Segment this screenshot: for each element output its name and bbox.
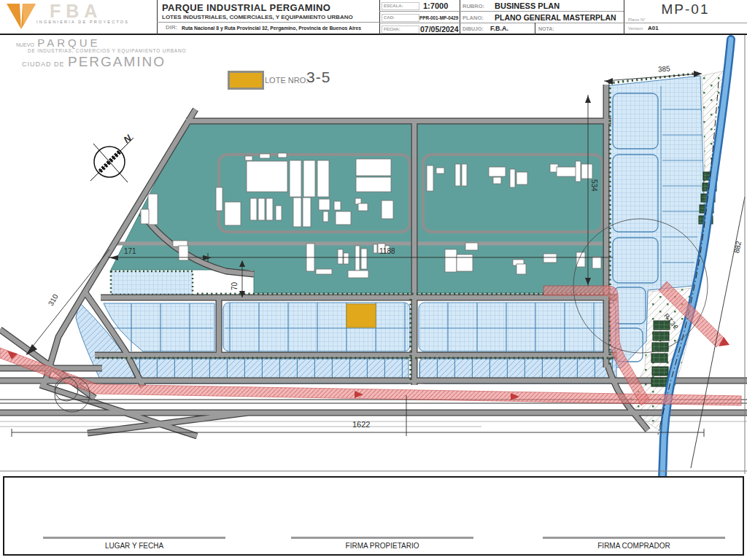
dir-label: DIR:	[166, 24, 177, 31]
sheet-title: PARQUE INDUSTRIAL PERGAMINO	[162, 2, 330, 13]
nota-label: NOTA:	[538, 26, 554, 31]
dim-534: 534	[590, 179, 598, 192]
highlighted-lot-3-5	[347, 304, 376, 327]
escala-value: 1:7000	[423, 1, 448, 10]
promo-parque: PARQUE	[37, 36, 100, 49]
dim-171: 171	[124, 247, 136, 255]
rubro-label: RUBRO:	[462, 3, 484, 9]
signature-propietario: FIRMA PROPIETARIO	[291, 537, 473, 550]
dir-value: Ruta Nacional 8 y Ruta Provincial 32, Pe…	[182, 26, 361, 31]
signature-comprador: FIRMA COMPRADOR	[543, 537, 725, 550]
dibujo-value: F.B.A.	[490, 25, 508, 32]
promo-nuevo: NUEVO	[16, 42, 34, 47]
promo-ciudad-de: CIUDAD DE	[22, 61, 65, 68]
dim-1622: 1622	[352, 420, 370, 429]
masterplan-sheet: FBA INGENIERIA DE PROYECTOS PARQUE INDUS…	[0, 0, 747, 560]
logo-tagline: INGENIERIA DE PROYECTOS	[36, 20, 129, 24]
dibujo-label: DIBUJO:	[462, 26, 484, 31]
promo-line-2: DE INDUSTRIAS, COMERCIOS Y EQUIPAMIENTO …	[28, 48, 186, 53]
promo-pergamino: PERGAMINO	[68, 54, 166, 69]
legend-lot-number: 3-5	[306, 69, 330, 86]
escala-label: ESCALA:	[382, 2, 419, 10]
rubro-value: BUSINESS PLAN	[495, 1, 560, 10]
sheet-number-label: Plano N°	[628, 18, 646, 22]
dim-70: 70	[231, 282, 239, 290]
dim-1188: 1188	[379, 247, 395, 255]
fecha-label: FECHA:	[382, 26, 419, 34]
signature-label: FIRMA COMPRADOR	[543, 542, 725, 550]
version-label: Version	[628, 26, 643, 31]
cad-value: PPR-001-MP-0429	[419, 15, 458, 20]
fba-logo-icon	[6, 3, 38, 32]
plano-value: PLANO GENERAL MASTERPLAN	[495, 13, 616, 22]
version-value: A01	[648, 25, 659, 31]
signature-line	[543, 537, 725, 539]
signature-lugar-fecha: LUGAR Y FECHA	[43, 537, 225, 550]
cad-label: CAD:	[382, 14, 419, 22]
dim-385: 385	[658, 64, 670, 73]
sheet-subtitle: LOTES INDUSTRIALES, COMERCIALES, Y EQUIP…	[162, 14, 353, 20]
signature-line	[291, 537, 473, 539]
signature-label: FIRMA PROPIETARIO	[291, 542, 473, 550]
signature-line	[43, 537, 225, 539]
promo-line-3: CIUDAD DE PERGAMINO	[22, 54, 166, 70]
signature-label: LUGAR Y FECHA	[43, 542, 225, 550]
fecha-value: 07/05/2024	[420, 25, 459, 34]
legend-lot-swatch	[228, 71, 264, 90]
legend-label: LOTE NRO:	[265, 76, 308, 85]
plano-label: PLANO:	[462, 15, 484, 21]
fba-watermark: FBA	[50, 1, 102, 22]
title-block: FBA INGENIERIA DE PROYECTOS PARQUE INDUS…	[0, 0, 747, 35]
signature-panel: LUGAR Y FECHA FIRMA PROPIETARIO FIRMA CO…	[3, 476, 744, 556]
sheet-number: MP-01	[624, 1, 747, 18]
